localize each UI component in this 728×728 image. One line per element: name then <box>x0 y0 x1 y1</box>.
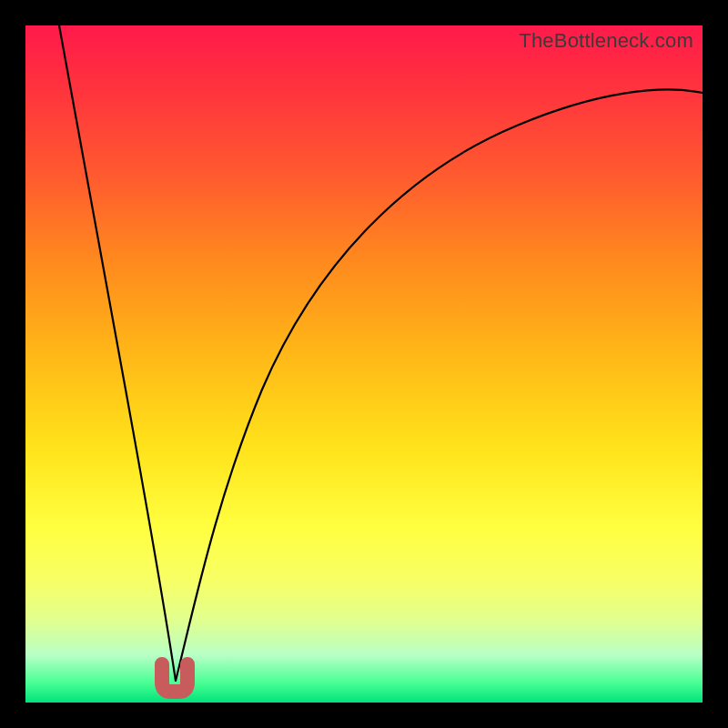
curve-right-branch <box>176 89 703 681</box>
chart-svg <box>25 25 703 703</box>
watermark-label: TheBottleneck.com <box>519 29 693 53</box>
chart-frame: TheBottleneck.com <box>0 0 728 728</box>
chart-plot-area: TheBottleneck.com <box>25 25 703 703</box>
curve-left-branch <box>59 25 176 681</box>
